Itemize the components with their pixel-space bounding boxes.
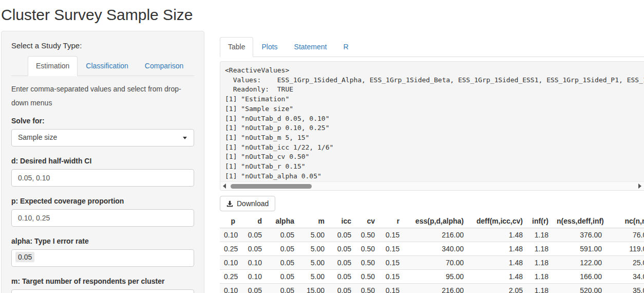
table-cell: 0.50 [355,270,379,284]
table-cell: 5.00 [298,256,329,270]
table-row: 0.250.050.055.000.050.500.15340.001.481.… [220,242,644,256]
tab-statement[interactable]: Statement [286,37,335,57]
table-cell: 25.00 [606,256,644,270]
column-header: ess(p,d,alpha) [404,214,468,228]
column-header: cv [355,214,379,228]
table-cell: 34.00 [606,270,644,284]
table-cell: 0.25 [220,270,239,284]
page-title: Cluster Survey Sample Size [1,6,644,23]
solve-for-label: Solve for: [11,117,194,125]
table-cell: 0.15 [379,284,404,293]
table-cell: 70.00 [404,256,468,270]
p-input[interactable] [11,209,194,227]
table-cell: 0.10 [220,284,239,293]
table-cell: 0.05 [266,242,298,256]
scroll-thumb[interactable] [231,184,312,189]
table-cell: 0.50 [355,228,379,242]
table-row: 0.100.050.055.000.050.500.15216.001.481.… [220,228,644,242]
table-cell: 0.15 [379,256,404,270]
alpha-input[interactable]: 0.05 [11,249,194,267]
study-type-label: Select a Study Type: [11,41,194,50]
h-scrollbar[interactable] [220,181,644,190]
table-row: 0.100.100.055.000.050.500.1570.001.481.1… [220,256,644,270]
table-cell: 1.48 [468,228,527,242]
download-icon [226,200,233,207]
table-cell: 0.50 [355,242,379,256]
console-output: <ReactiveValues> Values: ESS_1Grp_1Sided… [220,61,644,191]
table-cell: 0.05 [329,228,355,242]
table-cell: 5.00 [298,270,329,284]
download-button[interactable]: Download [220,196,275,211]
table-cell: 76.00 [606,228,644,242]
table-cell: 0.05 [266,256,298,270]
table-cell: 1.18 [527,256,553,270]
alpha-label: alpha: Type I error rate [11,237,194,245]
scroll-track[interactable] [229,182,636,190]
table-cell: 1.18 [527,242,553,256]
table-cell: 0.10 [239,270,266,284]
tab-comparison[interactable]: Comparison [137,56,192,76]
table-cell: 0.25 [220,242,239,256]
results-table: pdalphamicccvress(p,d,alpha)deff(m,icc,c… [220,214,644,293]
column-header: m [298,214,329,228]
table-cell: 0.05 [329,270,355,284]
table-cell: 340.00 [404,242,468,256]
d-input[interactable] [11,169,194,187]
table-cell: 0.50 [355,256,379,270]
m-input[interactable] [11,289,194,293]
sidebar-panel: Select a Study Type: Estimation Classifi… [1,31,204,293]
column-header: alpha [266,214,298,228]
scroll-left-arrow[interactable] [220,184,229,189]
scroll-right-arrow[interactable] [636,184,644,189]
tab-plots[interactable]: Plots [253,37,286,57]
table-cell: 0.05 [239,242,266,256]
table-cell: 166.00 [553,270,606,284]
table-cell: 1.48 [468,242,527,256]
table-cell: 1.48 [468,256,527,270]
table-cell: 5.00 [298,228,329,242]
column-header: r [379,214,404,228]
column-header: deff(m,icc,cv) [468,214,527,228]
table-row: 0.250.100.055.000.050.500.1595.001.481.1… [220,270,644,284]
table-cell: 520.00 [553,284,606,293]
table-header-row: pdalphamicccvress(p,d,alpha)deff(m,icc,c… [220,214,644,228]
tab-estimation[interactable]: Estimation [28,56,78,76]
study-type-tabs: Estimation Classification Comparison [11,56,194,76]
column-header: inf(r) [527,214,553,228]
table-cell: 1.18 [527,284,553,293]
p-label: p: Expected coverage proportion [11,197,194,205]
table-cell: 0.10 [239,256,266,270]
column-header: d [239,214,266,228]
table-cell: 0.05 [266,284,298,293]
table-cell: 15.00 [298,284,329,293]
column-header: nc(n,m) [606,214,644,228]
table-cell: 119.00 [606,242,644,256]
column-header: n(ess,deff,inf) [553,214,606,228]
d-label: d: Desired half-width CI [11,157,194,165]
column-header: icc [329,214,355,228]
table-cell: 591.00 [553,242,606,256]
table-cell: 1.48 [468,270,527,284]
tab-r[interactable]: R [335,37,356,57]
table-cell: 0.15 [379,242,404,256]
download-button-label: Download [237,199,269,208]
table-cell: 1.18 [527,270,553,284]
solve-for-select[interactable]: Sample size [11,129,194,146]
table-cell: 0.15 [379,270,404,284]
table-cell: 216.00 [404,284,468,293]
table-cell: 0.05 [266,270,298,284]
table-cell: 0.05 [329,242,355,256]
table-cell: 5.00 [298,242,329,256]
table-cell: 2.05 [468,284,527,293]
alpha-value-chip: 0.05 [15,252,34,262]
table-cell: 35.00 [606,284,644,293]
chevron-down-icon [183,137,187,139]
table-cell: 0.15 [379,228,404,242]
table-cell: 0.05 [266,228,298,242]
table-cell: 0.10 [220,256,239,270]
column-header: p [220,214,239,228]
table-cell: 1.18 [527,228,553,242]
tab-classification[interactable]: Classification [78,56,136,76]
table-cell: 0.10 [220,228,239,242]
tab-table[interactable]: Table [220,37,253,57]
